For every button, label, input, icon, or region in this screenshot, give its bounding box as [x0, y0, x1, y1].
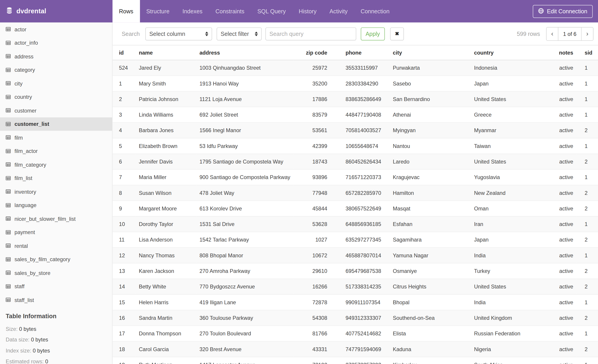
cell-zip: 81766 [294, 326, 342, 341]
cell-zip: 29610 [294, 263, 342, 279]
table-row[interactable]: 12Nancy Thomas808 Bhopal Manor1067246588… [113, 248, 598, 263]
cell-country: India [471, 295, 555, 310]
search-query-input[interactable] [265, 27, 356, 40]
sidebar-item-label: sales_by_film_category [15, 256, 70, 262]
column-header-address[interactable]: address [196, 45, 294, 60]
table-row[interactable]: 524Jared Ely1003 Qinhuangdao Street25972… [113, 60, 598, 76]
table-header-row: idnameaddresszip codephonecitycountrynot… [113, 45, 598, 60]
next-page-button[interactable]: › [581, 27, 593, 40]
cell-id: 17 [113, 326, 136, 341]
table-information-heading: Table Information [6, 313, 106, 320]
sidebar-item-nicer-but-slower-film-list[interactable]: nicer_but_slower_film_list [0, 212, 112, 226]
table-row[interactable]: 1Mary Smith1913 Hanoi Way352002830338429… [113, 76, 598, 91]
column-header-country[interactable]: country [471, 45, 555, 60]
rows-table: idnameaddresszip codephonecitycountrynot… [113, 45, 598, 364]
cell-country: Russian Federation [471, 326, 555, 341]
cell-id: 9 [113, 201, 136, 216]
tab-indexes[interactable]: Indexes [176, 0, 209, 23]
tab-connection[interactable]: Connection [354, 0, 396, 23]
table-row[interactable]: 2Patricia Johnson1121 Loja Avenue1788683… [113, 91, 598, 107]
sidebar-item-sales-by-store[interactable]: sales_by_store [0, 266, 112, 280]
sidebar-item-rental[interactable]: rental [0, 239, 112, 253]
sidebar-item-film-list[interactable]: film_list [0, 171, 112, 185]
table-row[interactable]: 18Carol Garcia320 Brest Avenue4333174779… [113, 341, 598, 357]
table-grid-icon [6, 162, 11, 167]
cell-city: Sagamihara [390, 232, 471, 247]
sidebar-item-sales-by-film-category[interactable]: sales_by_film_category [0, 253, 112, 266]
clear-search-button[interactable]: ✖ [390, 27, 404, 40]
column-header-zip[interactable]: zip code [294, 45, 342, 60]
table-row[interactable]: 11Lisa Anderson1542 Tarlac Parkway102763… [113, 232, 598, 247]
sidebar-item-film[interactable]: film [0, 131, 112, 144]
table-row[interactable]: 13Karen Jackson270 Amroha Parkway2961069… [113, 263, 598, 279]
table-row[interactable]: 15Helen Harris419 Iligan Lane72878990911… [113, 295, 598, 310]
table-row[interactable]: 9Margaret Moore613 Korolev Drive45844380… [113, 201, 598, 216]
cell-city: Masqat [390, 201, 471, 216]
sidebar-item-label: country [15, 94, 32, 100]
table-row[interactable]: 17Donna Thompson270 Toulon Boulevard8176… [113, 326, 598, 341]
table-row[interactable]: 5Elizabeth Brown53 Idfu Parkway423991065… [113, 138, 598, 154]
table-row[interactable]: 10Dorothy Taylor1531 Sal Drive5362864885… [113, 216, 598, 232]
table-row[interactable]: 16Sandra Martin360 Toulouse Parkway54308… [113, 310, 598, 326]
tab-rows[interactable]: Rows [113, 0, 140, 23]
select-filter-dropdown[interactable]: Select filter [216, 27, 261, 40]
sidebar-item-language[interactable]: language [0, 198, 112, 212]
sidebar-item-category[interactable]: category [0, 63, 112, 77]
prev-page-button[interactable]: ‹ [547, 27, 558, 40]
sidebar-item-label: sales_by_store [15, 270, 50, 276]
table-row[interactable]: 8Susan Wilson478 Joliet Way7794865728228… [113, 185, 598, 201]
table-row[interactable]: 14Betty White770 Bydgoszcz Avenue1626651… [113, 279, 598, 294]
table-row[interactable]: 6Jennifer Davis1795 Santiago de Composte… [113, 154, 598, 169]
sidebar-item-actor[interactable]: actor [0, 23, 112, 36]
sidebar-item-address[interactable]: address [0, 50, 112, 63]
tab-structure[interactable]: Structure [140, 0, 176, 23]
column-header-notes[interactable]: notes [555, 45, 576, 60]
select-column-dropdown[interactable]: Select column [145, 27, 212, 40]
table-row[interactable]: 19Ruth Martinez1417 Lancaster Avenue7219… [113, 357, 598, 364]
tab-sql-query[interactable]: SQL Query [251, 0, 292, 23]
tab-history[interactable]: History [292, 0, 323, 23]
sidebar-item-customer-list[interactable]: customer_list [0, 117, 112, 131]
cell-notes: active [555, 357, 576, 364]
sidebar-item-staff-list[interactable]: staff_list [0, 293, 112, 307]
cell-country: South Africa [471, 357, 555, 364]
cell-country: Turkey [471, 263, 555, 279]
cell-phone: 465887807014 [342, 248, 390, 263]
sidebar-item-actor-info[interactable]: actor_info [0, 36, 112, 50]
table-grid-icon [6, 284, 11, 288]
sidebar-item-city[interactable]: city [0, 77, 112, 90]
edit-connection-button[interactable]: Edit Connection [533, 5, 593, 18]
cell-name: Susan Wilson [136, 185, 197, 201]
column-header-sid[interactable]: sid [576, 45, 598, 60]
table-row[interactable]: 7Maria Miller900 Santiago de Compostela … [113, 169, 598, 185]
sidebar-item-inventory[interactable]: inventory [0, 185, 112, 198]
apply-button[interactable]: Apply [361, 27, 385, 40]
cell-zip: 45844 [294, 201, 342, 216]
table-row[interactable]: 3Linda Williams692 Joliet Street83579448… [113, 107, 598, 122]
sidebar-item-film-category[interactable]: film_category [0, 158, 112, 171]
column-header-city[interactable]: city [390, 45, 471, 60]
column-header-id[interactable]: id [113, 45, 136, 60]
sidebar-item-country[interactable]: country [0, 90, 112, 104]
cell-city: Osmaniye [390, 263, 471, 279]
cell-country: India [471, 248, 555, 263]
cell-address: 53 Idfu Parkway [196, 138, 294, 154]
sidebar-item-payment[interactable]: payment [0, 226, 112, 239]
cell-country: Yugoslavia [471, 169, 555, 185]
tab-activity[interactable]: Activity [323, 0, 354, 23]
cell-city: Myingyan [390, 122, 471, 138]
cell-notes: active [555, 232, 576, 247]
info-label: Size: [6, 326, 19, 332]
sidebar-item-film-actor[interactable]: film_actor [0, 144, 112, 158]
cell-address: 770 Bydgoszcz Avenue [196, 279, 294, 294]
sidebar-item-customer[interactable]: customer [0, 104, 112, 117]
tab-constraints[interactable]: Constraints [209, 0, 251, 23]
cell-address: 1913 Hanoi Way [196, 76, 294, 91]
cell-sid: 2 [576, 154, 598, 169]
sidebar-item-staff[interactable]: staff [0, 280, 112, 293]
column-header-phone[interactable]: phone [342, 45, 390, 60]
column-header-name[interactable]: name [136, 45, 197, 60]
cell-phone: 695479687538 [342, 263, 390, 279]
cell-name: Ruth Martinez [136, 357, 197, 364]
table-row[interactable]: 4Barbara Jones1566 Inegl Manor5356170581… [113, 122, 598, 138]
